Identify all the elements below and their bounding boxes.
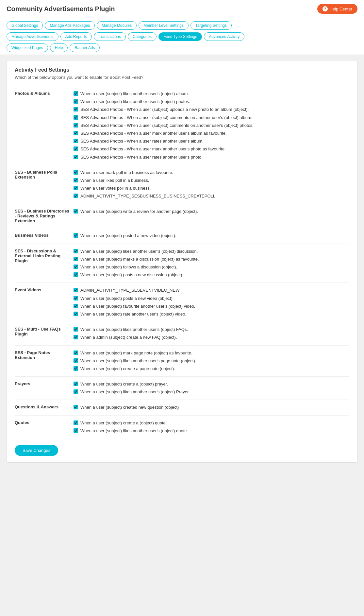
option-checkbox[interactable] xyxy=(74,99,78,104)
option-checkbox[interactable] xyxy=(74,405,78,409)
checkbox-item: ADMIN_ACTIVITY_TYPE_SESEVENTVIDEO_NEW xyxy=(74,287,349,293)
nav-btn-transactions[interactable]: Transactions xyxy=(94,32,126,41)
nav-btn-manage-ads-packages[interactable]: Manage Ads Packages xyxy=(45,21,95,30)
nav-btn-ads-reports[interactable]: Ads Reports xyxy=(60,32,92,41)
category-options: When a user mark poll in a business as f… xyxy=(74,165,349,204)
nav-btn-help[interactable]: Help xyxy=(50,43,68,52)
option-checkbox[interactable] xyxy=(74,358,78,363)
category-label: SES - Page Notes Extension xyxy=(15,345,74,377)
option-checkbox[interactable] xyxy=(74,420,78,425)
checkbox-item: When a user (subject) likes another user… xyxy=(74,91,349,97)
nav-row-0: Global SettingsManage Ads PackagesManage… xyxy=(7,21,357,30)
nav-btn-banner-ads[interactable]: Banner Ads xyxy=(70,43,100,52)
checkbox-item: When a user (subject) likes another user… xyxy=(74,248,349,254)
option-checkbox[interactable] xyxy=(74,389,78,394)
option-checkbox[interactable] xyxy=(74,304,78,308)
feed-category-row: Business VideosWhen a user (subject) pos… xyxy=(15,228,349,244)
option-checkbox[interactable] xyxy=(74,382,78,386)
checkbox-item: SES Advanced Photos - When a user mark a… xyxy=(74,146,349,152)
nav-btn-manage-modules[interactable]: Manage Modules xyxy=(97,21,137,30)
option-checkbox[interactable] xyxy=(74,288,78,292)
option-checkbox[interactable] xyxy=(74,91,78,96)
option-checkbox[interactable] xyxy=(74,139,78,143)
option-checkbox[interactable] xyxy=(74,115,78,120)
nav-row-1: Manage AdvertisementsAds ReportsTransact… xyxy=(7,32,357,41)
feed-category-row: Questions & AnswersWhen a user (subject)… xyxy=(15,400,349,415)
option-checkbox[interactable] xyxy=(74,123,78,128)
option-checkbox[interactable] xyxy=(74,155,78,159)
option-label: When a user (subject) likes another user… xyxy=(80,248,198,254)
checkbox-item: When a user (subject) create a page note… xyxy=(74,366,349,372)
option-checkbox[interactable] xyxy=(74,194,78,198)
header: Community Advertisements Plugin ? Help C… xyxy=(0,0,364,18)
checkbox-item: When a user (subject) follows a discussi… xyxy=(74,264,349,270)
option-label: When a user votes poll in a business. xyxy=(80,185,151,191)
option-checkbox[interactable] xyxy=(74,209,78,214)
option-label: SES Advanced Photos - When a user (subje… xyxy=(80,107,249,112)
checkbox-item: When a user (subject) likes another user… xyxy=(74,327,349,333)
checkbox-item: SES Advanced Photos - When a user rates … xyxy=(74,154,349,160)
main-content: Activity Feed Settings Which of the belo… xyxy=(7,60,357,463)
category-label: SES - Business Polls Extension xyxy=(15,165,74,204)
nav-btn-targeting-settings[interactable]: Targeting Settings xyxy=(190,21,232,30)
option-checkbox[interactable] xyxy=(74,131,78,135)
option-checkbox[interactable] xyxy=(74,146,78,151)
option-checkbox[interactable] xyxy=(74,178,78,182)
option-checkbox[interactable] xyxy=(74,272,78,277)
help-center-label: Help Center xyxy=(330,7,352,11)
option-checkbox[interactable] xyxy=(74,312,78,316)
option-checkbox[interactable] xyxy=(74,296,78,300)
feed-category-row: Photos & AlbumsWhen a user (subject) lik… xyxy=(15,86,349,165)
option-label: When a user (subject) created new questi… xyxy=(80,404,179,410)
option-label: SES Advanced Photos - When a user mark a… xyxy=(80,130,227,136)
option-label: When a user (subject) write a review for… xyxy=(80,209,198,214)
help-icon: ? xyxy=(323,6,328,11)
option-checkbox[interactable] xyxy=(74,107,78,111)
option-label: ADMIN_ACTIVITY_TYPE_SESBUSINESS_BUSINESS… xyxy=(80,193,215,199)
option-label: ADMIN_ACTIVITY_TYPE_SESEVENTVIDEO_NEW xyxy=(80,287,179,293)
category-options: When a user (subject) create a (object) … xyxy=(74,377,349,400)
feed-category-row: QuotesWhen a user (subject) create a (ob… xyxy=(15,415,349,438)
nav-btn-manage-advertisements[interactable]: Manage Advertisements xyxy=(7,32,58,41)
checkbox-item: When a user (subject) created new questi… xyxy=(74,404,349,410)
category-options: When a user (subject) create a (object) … xyxy=(74,415,349,438)
option-checkbox[interactable] xyxy=(74,428,78,433)
checkbox-item: When a user (subject) likes another user… xyxy=(74,428,349,434)
option-label: SES Advanced Photos - When a user mark a… xyxy=(80,146,226,152)
checkbox-item: SES Advanced Photos - When a user rates … xyxy=(74,138,349,144)
feed-settings-table: Photos & AlbumsWhen a user (subject) lik… xyxy=(15,86,349,438)
option-checkbox[interactable] xyxy=(74,335,78,339)
option-checkbox[interactable] xyxy=(74,265,78,269)
option-checkbox[interactable] xyxy=(74,170,78,175)
option-label: SES Advanced Photos - When a user rates … xyxy=(80,154,203,160)
category-options: When a user (subject) created new questi… xyxy=(74,400,349,415)
nav-btn-feed-type-settings[interactable]: Feed Type Settings xyxy=(158,32,202,41)
option-label: SES Advanced Photos - When a user (subje… xyxy=(80,123,254,128)
checkbox-item: ADMIN_ACTIVITY_TYPE_SESBUSINESS_BUSINESS… xyxy=(74,193,349,199)
option-label: When a user (subject) create a (object) … xyxy=(80,381,168,387)
option-checkbox[interactable] xyxy=(74,327,78,332)
nav-btn-global-settings[interactable]: Global Settings xyxy=(7,21,43,30)
option-checkbox[interactable] xyxy=(74,249,78,253)
option-label: When a user (subject) create a (object) … xyxy=(80,420,167,426)
save-changes-button[interactable]: Save Changes xyxy=(15,445,58,456)
option-checkbox[interactable] xyxy=(74,257,78,261)
checkbox-item: When a user (subject) posted a new video… xyxy=(74,233,349,239)
option-checkbox[interactable] xyxy=(74,233,78,238)
checkbox-item: When a user (subject) likes another user… xyxy=(74,389,349,395)
checkbox-item: When a admin (subject) create a new FAQ … xyxy=(74,334,349,340)
category-options: When a user (subject) likes another user… xyxy=(74,322,349,345)
nav-btn-member-level-settings[interactable]: Member Level Settings xyxy=(139,21,189,30)
nav-btn-categories[interactable]: Categories xyxy=(128,32,157,41)
feed-category-row: SES - Page Notes ExtensionWhen a user (s… xyxy=(15,345,349,377)
nav-btn-widgetized-pages[interactable]: Widgetized Pages xyxy=(7,43,48,52)
help-center-button[interactable]: ? Help Center xyxy=(317,4,357,14)
category-options: When a user (subject) write a review for… xyxy=(74,204,349,228)
nav-btn-advanced-activity[interactable]: Advanced Activity xyxy=(204,32,244,41)
feed-category-row: SES - Business Directories - Reviews & R… xyxy=(15,204,349,228)
option-label: When a user (subject) likes another user… xyxy=(80,358,196,364)
category-label: Business Videos xyxy=(15,228,74,244)
option-checkbox[interactable] xyxy=(74,351,78,355)
option-checkbox[interactable] xyxy=(74,366,78,371)
option-checkbox[interactable] xyxy=(74,186,78,190)
